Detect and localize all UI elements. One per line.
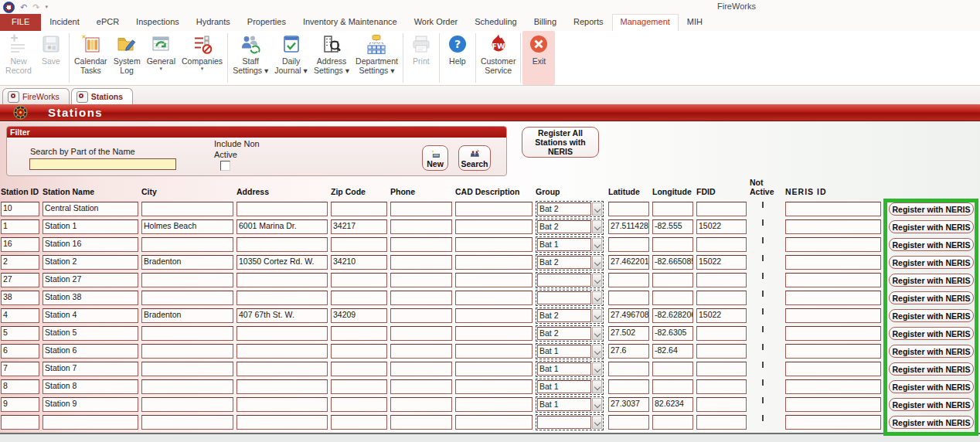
fdid-field[interactable]: 15022 <box>696 308 747 323</box>
neris-id-field[interactable] <box>785 344 881 359</box>
not-active-checkbox[interactable] <box>762 202 764 208</box>
station-id-field[interactable]: 38 <box>1 291 39 305</box>
group-dropdown[interactable] <box>536 414 604 430</box>
group-dropdown[interactable]: Bat 1 <box>536 343 604 359</box>
menu-tab-inventory-maintenance[interactable]: Inventory & Maintenance <box>294 14 406 31</box>
tab-fireworks[interactable]: FireWorks <box>2 88 70 104</box>
chevron-down-icon[interactable] <box>592 220 602 233</box>
station-id-field[interactable]: 6 <box>1 344 39 359</box>
station-id-field[interactable]: 27 <box>1 273 39 287</box>
chevron-down-icon[interactable] <box>592 345 602 358</box>
exit-button[interactable]: Exit <box>522 31 555 85</box>
neris-id-field[interactable] <box>785 308 881 323</box>
register-with-neris-button[interactable]: Register with NERIS <box>889 256 974 269</box>
fdid-field[interactable] <box>696 415 747 430</box>
latitude-field[interactable] <box>608 362 649 376</box>
latitude-field[interactable]: 27.502 <box>608 326 649 341</box>
not-active-checkbox[interactable] <box>762 379 764 386</box>
station-name-field[interactable]: Station 1 <box>43 219 138 234</box>
help-button[interactable]: ? Help <box>441 31 474 85</box>
register-with-neris-button[interactable]: Register with NERIS <box>889 380 974 393</box>
phone-field[interactable] <box>390 255 452 270</box>
group-dropdown[interactable]: Bat 2 <box>536 219 604 235</box>
station-id-field[interactable] <box>1 415 39 430</box>
city-field[interactable] <box>141 273 233 287</box>
register-with-neris-button[interactable]: Register with NERIS <box>889 291 974 304</box>
neris-id-field[interactable] <box>785 326 881 341</box>
department-settings-button[interactable]: DepartmentSettings ▾ <box>352 31 401 85</box>
group-dropdown[interactable]: Bat 2 <box>536 201 604 217</box>
city-field[interactable] <box>141 326 233 341</box>
latitude-field[interactable]: 27.4622016 <box>608 255 649 270</box>
zip-code-field[interactable] <box>331 362 387 376</box>
zip-code-field[interactable] <box>331 326 387 341</box>
neris-id-field[interactable] <box>785 273 881 287</box>
group-dropdown[interactable] <box>536 272 604 288</box>
latitude-field[interactable] <box>608 273 649 287</box>
menu-tab-properties[interactable]: Properties <box>239 14 294 31</box>
fdid-field[interactable]: 15022 <box>696 255 747 270</box>
register-with-neris-button[interactable]: Register with NERIS <box>889 345 974 358</box>
latitude-field[interactable]: 27.3037 <box>608 397 649 412</box>
save-button[interactable]: Save <box>35 31 67 85</box>
fdid-field[interactable] <box>696 362 747 376</box>
neris-id-field[interactable] <box>785 291 881 305</box>
not-active-checkbox[interactable] <box>762 326 764 332</box>
phone-field[interactable] <box>390 219 452 234</box>
undo-icon[interactable]: ↶ <box>20 2 27 12</box>
zip-code-field[interactable] <box>331 237 387 252</box>
group-dropdown[interactable]: Bat 1 <box>536 379 604 395</box>
zip-code-field[interactable] <box>331 344 387 359</box>
city-field[interactable] <box>141 291 233 305</box>
phone-field[interactable] <box>390 273 452 287</box>
not-active-checkbox[interactable] <box>762 291 764 297</box>
not-active-checkbox[interactable] <box>762 237 764 243</box>
station-id-field[interactable]: 9 <box>1 397 39 412</box>
zip-code-field[interactable]: 34209 <box>331 308 387 323</box>
phone-field[interactable] <box>390 308 452 323</box>
cad-description-field[interactable] <box>455 255 533 270</box>
address-field[interactable]: 407 67th St. W. <box>236 308 328 323</box>
include-non-active-checkbox[interactable] <box>220 161 230 171</box>
address-field[interactable] <box>236 202 328 216</box>
station-id-field[interactable]: 10 <box>1 202 39 216</box>
not-active-checkbox[interactable] <box>762 344 764 350</box>
cad-description-field[interactable] <box>455 397 533 412</box>
redo-icon[interactable]: ↷ <box>32 2 39 12</box>
station-name-field[interactable]: Station 7 <box>43 362 138 376</box>
city-field[interactable]: Bradenton <box>141 308 233 323</box>
menu-tab-inspections[interactable]: Inspections <box>128 14 188 31</box>
register-all-stations-button[interactable]: Register All Stations with NERIS <box>522 127 599 158</box>
cad-description-field[interactable] <box>455 273 533 287</box>
address-field[interactable]: 6001 Marina Dr. <box>236 219 328 234</box>
neris-id-field[interactable] <box>785 202 881 216</box>
menu-tab-reports[interactable]: Reports <box>565 14 612 31</box>
search-input[interactable] <box>29 158 176 170</box>
address-field[interactable] <box>236 291 328 305</box>
zip-code-field[interactable]: 34210 <box>331 255 387 270</box>
station-name-field[interactable]: Station 5 <box>43 326 138 341</box>
cad-description-field[interactable] <box>455 379 533 394</box>
zip-code-field[interactable] <box>331 415 387 430</box>
neris-id-field[interactable] <box>785 237 881 252</box>
address-field[interactable] <box>236 397 328 412</box>
not-active-checkbox[interactable] <box>762 255 764 261</box>
latitude-field[interactable] <box>608 237 649 252</box>
customize-toolbar-icon[interactable]: ▾ <box>45 4 48 10</box>
cad-description-field[interactable] <box>455 291 533 305</box>
menu-tab-file[interactable]: FILE <box>0 14 41 31</box>
chevron-down-icon[interactable] <box>592 202 602 216</box>
fdid-field[interactable] <box>696 273 747 287</box>
neris-id-field[interactable] <box>785 255 881 270</box>
search-button[interactable]: Search <box>458 145 491 171</box>
city-field[interactable] <box>141 379 233 394</box>
menu-tab-billing[interactable]: Billing <box>526 14 565 31</box>
menu-tab-management[interactable]: Management <box>612 14 679 31</box>
station-id-field[interactable]: 16 <box>1 237 39 252</box>
not-active-checkbox[interactable] <box>762 308 764 314</box>
phone-field[interactable] <box>390 362 452 376</box>
zip-code-field[interactable] <box>331 273 387 287</box>
neris-id-field[interactable] <box>785 219 881 234</box>
station-id-field[interactable]: 7 <box>1 362 39 376</box>
address-settings-button[interactable]: AddressSettings ▾ <box>311 31 352 85</box>
